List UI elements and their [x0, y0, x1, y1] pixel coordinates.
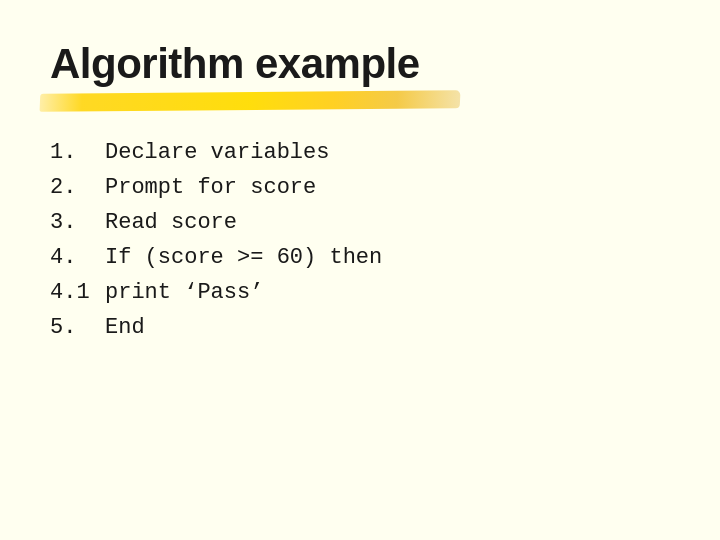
line-number: 5.	[50, 315, 105, 340]
line-text: If (score >= 60) then	[105, 245, 382, 270]
slide: Algorithm example 1. Declare variables 2…	[0, 0, 720, 540]
list-item: 3. Read score	[50, 210, 670, 235]
list-item: 4. If (score >= 60) then	[50, 245, 670, 270]
line-text: Read score	[105, 210, 237, 235]
line-text: Prompt for score	[105, 175, 316, 200]
list-item: 4.1 print ‘Pass’	[50, 280, 670, 305]
list-item: 1. Declare variables	[50, 140, 670, 165]
list-item: 5. End	[50, 315, 670, 340]
algorithm-content: 1. Declare variables 2. Prompt for score…	[50, 140, 670, 340]
highlight-stroke	[40, 90, 461, 112]
line-text: End	[105, 315, 145, 340]
list-item: 2. Prompt for score	[50, 175, 670, 200]
line-text: Declare variables	[105, 140, 329, 165]
line-number: 4.1	[50, 280, 105, 305]
line-text: print ‘Pass’	[105, 280, 263, 305]
line-number: 2.	[50, 175, 105, 200]
line-number: 4.	[50, 245, 105, 270]
highlight-decoration	[50, 92, 670, 110]
line-number: 1.	[50, 140, 105, 165]
slide-title: Algorithm example	[50, 40, 670, 88]
line-number: 3.	[50, 210, 105, 235]
